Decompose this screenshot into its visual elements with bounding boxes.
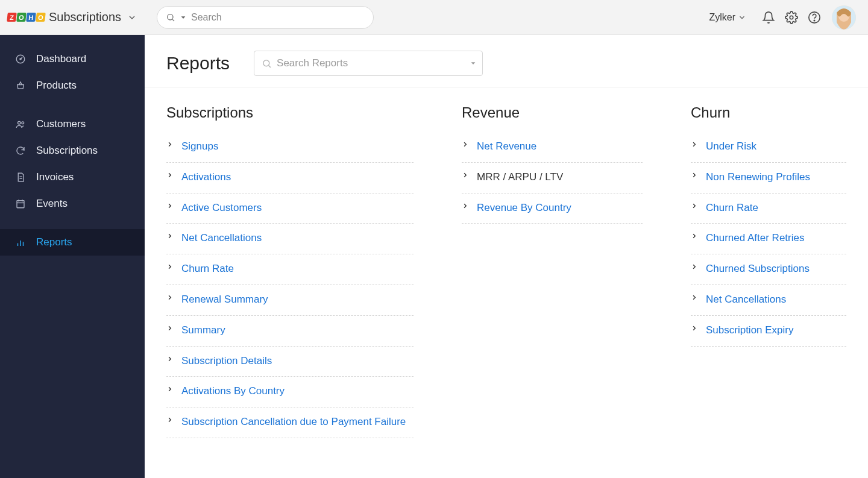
report-link[interactable]: Churn Rate	[691, 193, 846, 224]
report-link[interactable]: Active Customers	[166, 193, 414, 224]
main-content: Reports SubscriptionsSignupsActivationsA…	[145, 35, 868, 478]
report-link[interactable]: Signups	[166, 132, 414, 163]
report-link[interactable]: Under Risk	[691, 132, 846, 163]
report-link-label[interactable]: Subscription Details	[181, 354, 272, 368]
report-link[interactable]: Revenue By Country	[462, 193, 643, 224]
chevron-right-icon	[691, 172, 697, 178]
sidebar-item-label: Reports	[36, 236, 72, 248]
brand-switcher[interactable]: Z O H O Subscriptions	[0, 10, 145, 24]
sidebar-item-label: Events	[36, 198, 68, 210]
sidebar-item-reports[interactable]: Reports	[0, 229, 145, 256]
refresh-dollar-icon	[14, 145, 27, 156]
report-link[interactable]: Non Renewing Profiles	[691, 163, 846, 193]
report-categories: SubscriptionsSignupsActivationsActive Cu…	[145, 87, 868, 462]
report-link[interactable]: MRR / ARPU / LTV	[462, 163, 643, 193]
report-link[interactable]: Activations	[166, 163, 414, 193]
search-icon	[166, 13, 175, 22]
report-link[interactable]: Churned After Retries	[691, 224, 846, 254]
category-title: Revenue	[462, 104, 643, 121]
chevron-right-icon	[166, 233, 173, 239]
chevron-right-icon	[691, 203, 697, 209]
global-search-input[interactable]	[191, 12, 365, 23]
report-link-label[interactable]: Signups	[181, 139, 218, 154]
report-link-label[interactable]: Activations By Country	[181, 384, 285, 398]
chevron-right-icon	[166, 263, 173, 270]
report-link[interactable]: Churn Rate	[166, 254, 414, 285]
report-link-label[interactable]: Summary	[181, 323, 225, 338]
report-link-label[interactable]: Subscription Expiry	[706, 323, 794, 338]
report-link[interactable]: Subscription Expiry	[691, 316, 846, 347]
gear-icon	[785, 11, 798, 24]
reports-search[interactable]	[254, 51, 483, 76]
page-header: Reports	[145, 35, 868, 87]
reports-search-dropdown[interactable]	[470, 60, 476, 66]
report-link[interactable]: Summary	[166, 316, 414, 347]
sidebar-item-label: Subscriptions	[36, 145, 98, 157]
report-link-label[interactable]: Non Renewing Profiles	[706, 170, 810, 184]
search-scope-dropdown[interactable]	[180, 14, 186, 20]
help-button[interactable]	[803, 6, 826, 29]
sidebar-item-customers[interactable]: Customers	[0, 111, 145, 137]
document-icon	[14, 172, 27, 183]
chevron-right-icon	[166, 356, 173, 362]
help-icon	[808, 11, 821, 24]
svg-marker-23	[471, 62, 476, 64]
company-switcher[interactable]: Zylker	[709, 12, 746, 23]
report-category: SubscriptionsSignupsActivationsActive Cu…	[166, 104, 414, 438]
sidebar-item-invoices[interactable]: Invoices	[0, 164, 145, 190]
chevron-right-icon	[166, 325, 173, 332]
report-link-label[interactable]: Revenue By Country	[477, 201, 571, 215]
report-link-label[interactable]: Net Cancellations	[181, 231, 262, 245]
report-link[interactable]: Subscription Cancellation due to Payment…	[166, 407, 414, 438]
report-link[interactable]: Net Cancellations	[166, 224, 414, 254]
report-link-label[interactable]: Churn Rate	[181, 262, 234, 276]
notifications-button[interactable]	[757, 6, 780, 29]
chevron-right-icon	[166, 203, 173, 209]
global-search[interactable]	[157, 6, 374, 29]
sidebar-item-label: Customers	[36, 118, 86, 130]
svg-point-21	[263, 60, 269, 66]
avatar[interactable]	[832, 5, 856, 30]
report-link-label[interactable]: Under Risk	[706, 139, 756, 154]
company-name: Zylker	[709, 12, 735, 23]
report-link-label[interactable]: Subscription Cancellation due to Payment…	[181, 415, 406, 429]
sidebar-item-label: Products	[36, 80, 77, 92]
sidebar-item-subscriptions[interactable]: Subscriptions	[0, 137, 145, 164]
report-link[interactable]: Net Revenue	[462, 132, 643, 163]
report-link[interactable]: Net Cancellations	[691, 285, 846, 316]
report-link[interactable]: Activations By Country	[166, 377, 414, 407]
chevron-right-icon	[462, 172, 468, 178]
report-link[interactable]: Churned Subscriptions	[691, 254, 846, 285]
svg-point-11	[22, 122, 24, 124]
chevron-right-icon	[166, 386, 173, 392]
zoho-logo-icon: Z O H O	[7, 13, 45, 22]
svg-rect-14	[17, 201, 24, 208]
sidebar-item-events[interactable]: Events	[0, 190, 145, 217]
report-link[interactable]: Subscription Details	[166, 347, 414, 377]
users-icon	[14, 119, 27, 130]
report-link[interactable]: Renewal Summary	[166, 285, 414, 316]
category-title: Churn	[691, 104, 846, 121]
basket-icon	[14, 80, 27, 91]
chevron-right-icon	[166, 141, 173, 148]
sidebar: DashboardProductsCustomersSubscriptionsI…	[0, 35, 145, 478]
report-link-label[interactable]: Activations	[181, 170, 231, 184]
reports-search-input[interactable]	[277, 57, 475, 69]
report-link-label[interactable]: Churned Subscriptions	[706, 262, 810, 276]
svg-point-5	[814, 20, 814, 20]
report-link-label[interactable]: Churned After Retries	[706, 231, 804, 245]
report-link-label[interactable]: Renewal Summary	[181, 292, 268, 307]
sidebar-item-dashboard[interactable]: Dashboard	[0, 46, 145, 72]
report-category: RevenueNet RevenueMRR / ARPU / LTVRevenu…	[462, 104, 643, 438]
settings-button[interactable]	[780, 6, 803, 29]
report-link-label[interactable]: MRR / ARPU / LTV	[477, 170, 563, 184]
page-title: Reports	[166, 53, 230, 74]
report-link-label[interactable]: Active Customers	[181, 201, 262, 215]
report-link-label[interactable]: Net Revenue	[477, 139, 536, 154]
product-name: Subscriptions	[49, 10, 121, 24]
report-link-label[interactable]: Net Cancellations	[706, 292, 786, 307]
sidebar-item-products[interactable]: Products	[0, 72, 145, 99]
calendar-icon	[14, 198, 27, 209]
sidebar-item-label: Dashboard	[36, 53, 86, 65]
report-link-label[interactable]: Churn Rate	[706, 201, 758, 215]
